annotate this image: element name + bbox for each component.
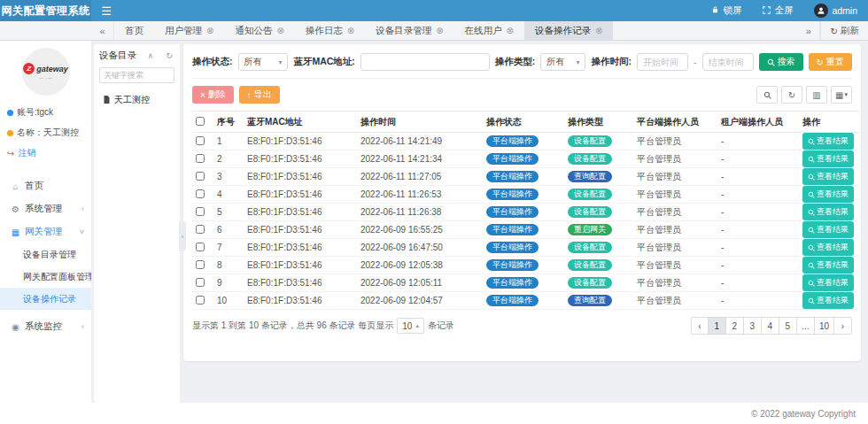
cell-mac: E8:F0:1F:D3:51:46 <box>244 292 357 310</box>
tab-item[interactable]: 首页 <box>114 21 154 40</box>
page-button[interactable]: 3 <box>744 317 762 335</box>
table-toggle-view-button[interactable]: ▥ <box>806 86 827 104</box>
delete-button[interactable]: × 删除 <box>192 86 234 104</box>
tree-collapse-handle[interactable]: ‹ <box>179 221 186 251</box>
table-toolbar: × 删除 ↑ 导出 ↻ ▥ ▦▾ <box>192 79 852 111</box>
row-checkbox[interactable] <box>196 136 205 145</box>
page-button[interactable]: 2 <box>726 317 744 335</box>
cell-tenant_user: - <box>717 133 799 150</box>
tab-close-icon[interactable]: ⊗ <box>206 26 213 35</box>
tab-close-icon[interactable]: ⊗ <box>347 26 354 35</box>
view-result-button[interactable]: 查看结果 <box>802 150 854 167</box>
lock-screen-button[interactable]: 锁屏 <box>701 0 752 21</box>
sidebar-item-system[interactable]: ⚙ 系统管理 ‹ <box>0 197 91 220</box>
caret-up-icon: ▴ <box>415 322 419 329</box>
tree-refresh-icon[interactable]: ↻ <box>164 51 174 60</box>
page-button[interactable]: ... <box>797 317 815 335</box>
tab-item[interactable]: 用户管理⊗ <box>154 21 224 40</box>
monitor-icon: ◉ <box>11 322 20 332</box>
page-size-select[interactable]: 10 ▴ <box>397 318 424 334</box>
start-time-input[interactable] <box>637 53 688 71</box>
type-badge: 设备配置 <box>568 277 612 289</box>
mac-address-input[interactable] <box>360 53 490 71</box>
operation-status-select[interactable]: 所有 ▾ <box>238 53 289 71</box>
table-search-button[interactable] <box>756 86 778 104</box>
table-refresh-button[interactable]: ↻ <box>781 86 802 104</box>
username: admin <box>832 5 857 16</box>
view-result-button[interactable]: 查看结果 <box>802 239 854 256</box>
page-button[interactable]: 1 <box>709 317 726 335</box>
row-checkbox[interactable] <box>196 207 205 216</box>
table-row: 10E8:F0:1F:D3:51:462022-06-09 12:04:57平台… <box>192 292 859 310</box>
view-result-button[interactable]: 查看结果 <box>802 133 854 150</box>
cell-tenant_user: - <box>717 239 799 257</box>
page-button[interactable]: 10 <box>815 317 834 335</box>
row-checkbox[interactable] <box>196 225 205 234</box>
sidebar-item-monitor[interactable]: ◉ 系统监控 ‹ <box>0 315 91 338</box>
tree-search-input[interactable] <box>99 67 174 83</box>
row-checkbox[interactable] <box>196 154 205 163</box>
sidebar-item-device-records[interactable]: 设备操作记录 <box>0 288 91 310</box>
row-checkbox[interactable] <box>196 278 205 287</box>
status-badge: 平台端操作 <box>486 189 539 200</box>
collapse-up-icon[interactable]: ∧ <box>145 51 155 60</box>
cell-seq: 3 <box>213 168 244 186</box>
tab-item[interactable]: 操作日志⊗ <box>295 21 365 40</box>
tab-item[interactable]: 通知公告⊗ <box>224 21 294 40</box>
select-all-checkbox[interactable] <box>196 117 205 126</box>
sidebar: Z gateway — · — 账号:tgck 名称：天工测控 ↪ 注销 ⌂ <box>0 41 91 403</box>
view-result-button[interactable]: 查看结果 <box>802 274 854 291</box>
cell-seq: 7 <box>213 239 244 257</box>
sidebar-item-gateway-panel[interactable]: 网关配置面板管理 ‹ <box>0 266 91 288</box>
footer: © 2022 gateway Copyright <box>0 403 868 424</box>
tree-title: 设备目录 <box>99 50 136 62</box>
operation-type-select[interactable]: 所有 ▾ <box>540 53 585 71</box>
tree-node[interactable]: 天工测控 <box>99 94 174 106</box>
row-checkbox[interactable] <box>196 243 205 251</box>
row-checkbox[interactable] <box>196 172 205 181</box>
view-result-button[interactable]: 查看结果 <box>802 204 854 220</box>
sidebar-item-home[interactable]: ⌂ 首页 <box>0 174 91 197</box>
row-checkbox[interactable] <box>196 260 205 269</box>
page-button[interactable]: 4 <box>762 317 779 335</box>
tab-item[interactable]: 设备目录管理⊗ <box>365 21 453 40</box>
row-checkbox[interactable] <box>196 189 205 198</box>
user-menu[interactable]: admin <box>803 0 868 21</box>
tab-close-icon[interactable]: ⊗ <box>507 26 514 35</box>
logout-button[interactable]: ↪ 注销 <box>7 147 84 159</box>
view-result-button[interactable]: 查看结果 <box>802 221 854 238</box>
tabs-scroll-right-icon[interactable]: » <box>797 21 820 40</box>
device-tree-panel: 设备目录 ∧ ↻ 天工测控 ‹ <box>94 44 180 403</box>
cell-time: 2022-06-11 14:21:34 <box>357 150 483 168</box>
view-result-button[interactable]: 查看结果 <box>802 186 854 203</box>
row-checkbox[interactable] <box>196 296 205 305</box>
sidebar-item-device-directory[interactable]: 设备目录管理 <box>0 243 91 266</box>
file-icon <box>103 95 111 106</box>
export-button[interactable]: ↑ 导出 <box>239 86 280 104</box>
reset-button[interactable]: ↻ 重置 <box>809 53 852 71</box>
cell-mac: E8:F0:1F:D3:51:46 <box>244 239 357 257</box>
tab-close-icon[interactable]: ⊗ <box>436 26 443 35</box>
page-button[interactable]: › <box>834 317 852 335</box>
tabs-scroll-left-icon[interactable]: « <box>91 21 114 40</box>
table-columns-button[interactable]: ▦▾ <box>831 86 852 104</box>
tab-refresh-button[interactable]: ↻ 刷新 <box>820 21 868 40</box>
view-result-button[interactable]: 查看结果 <box>802 257 854 274</box>
search-button[interactable]: 搜索 <box>759 53 803 71</box>
end-time-input[interactable] <box>702 53 754 71</box>
view-result-button[interactable]: 查看结果 <box>802 168 854 185</box>
lock-icon <box>711 5 719 16</box>
grid-icon: ▦ <box>11 227 20 237</box>
view-result-button[interactable]: 查看结果 <box>802 292 854 309</box>
page-button[interactable]: 5 <box>779 317 797 335</box>
sidebar-item-gateway[interactable]: ▦ 网关管理 ˅ <box>0 220 91 243</box>
sidebar-toggle-icon[interactable]: ☰ <box>91 0 121 21</box>
tab-item[interactable]: 设备操作记录⊗ <box>524 21 613 40</box>
tab-close-icon[interactable]: ⊗ <box>595 26 602 35</box>
export-icon: ↑ <box>247 90 252 100</box>
fullscreen-button[interactable]: 全屏 <box>752 0 803 21</box>
tab-close-icon[interactable]: ⊗ <box>276 26 283 35</box>
avatar <box>814 4 828 18</box>
tab-item[interactable]: 在线用户⊗ <box>454 21 524 40</box>
page-button[interactable]: ‹ <box>691 317 709 335</box>
